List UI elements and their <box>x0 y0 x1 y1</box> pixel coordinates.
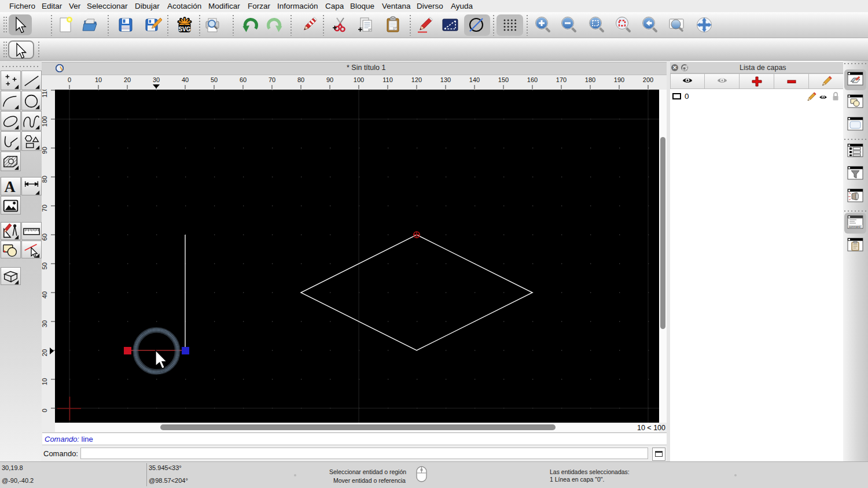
svg-text:10: 10 <box>95 76 102 83</box>
svg-text:100: 100 <box>354 76 364 83</box>
svg-text:20: 20 <box>42 349 48 356</box>
svg-text:90: 90 <box>326 76 333 83</box>
svg-text:110: 110 <box>42 90 48 98</box>
svg-text:A: A <box>5 178 16 195</box>
svg-text:40: 40 <box>42 291 48 298</box>
svg-text:160: 160 <box>527 76 538 83</box>
svg-text:60: 60 <box>42 234 48 241</box>
svg-text:0: 0 <box>68 76 71 83</box>
svg-text:140: 140 <box>469 76 480 83</box>
svg-text:70: 70 <box>42 205 48 212</box>
svg-text:110: 110 <box>382 76 393 83</box>
svg-text:170: 170 <box>556 76 567 83</box>
svg-text:130: 130 <box>440 76 451 83</box>
svg-text:60: 60 <box>240 76 247 83</box>
svg-text:0: 0 <box>42 409 48 412</box>
svg-text:SVG: SVG <box>178 26 190 32</box>
svg-text:100: 100 <box>42 116 48 127</box>
svg-text:50: 50 <box>42 263 48 269</box>
svg-text:40: 40 <box>182 76 189 83</box>
svg-text:70: 70 <box>269 76 275 83</box>
svg-text:10: 10 <box>42 378 48 385</box>
svg-text:120: 120 <box>411 76 422 83</box>
svg-text:90: 90 <box>42 147 48 154</box>
svg-text:190: 190 <box>614 76 624 83</box>
svg-text:200: 200 <box>643 76 653 83</box>
svg-text:50: 50 <box>211 76 218 83</box>
svg-text:30: 30 <box>153 76 160 83</box>
svg-text:80: 80 <box>42 176 48 183</box>
svg-text:command: command <box>849 225 860 228</box>
svg-text:180: 180 <box>585 76 595 83</box>
svg-text:30: 30 <box>42 320 48 327</box>
svg-text:20: 20 <box>124 76 131 83</box>
svg-text:150: 150 <box>498 76 509 83</box>
svg-text:80: 80 <box>297 76 304 83</box>
